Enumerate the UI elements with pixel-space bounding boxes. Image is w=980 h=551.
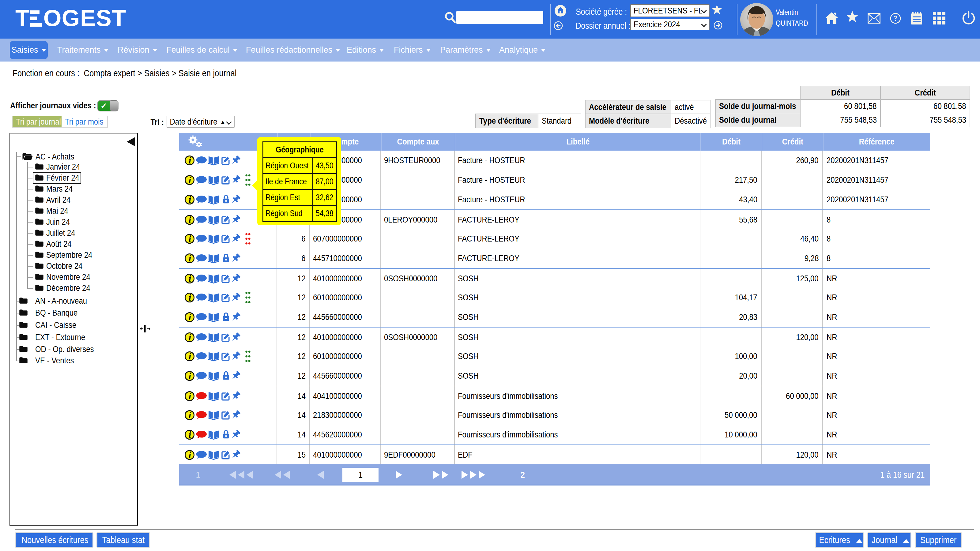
svg-text:?: ? [893, 14, 897, 22]
